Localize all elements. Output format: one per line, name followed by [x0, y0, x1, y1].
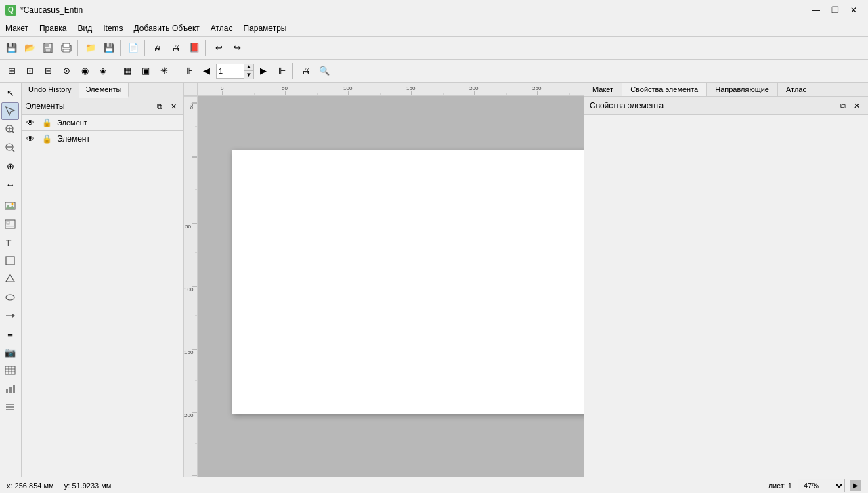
- canvas-area[interactable]: 0 50 100 150 200 250: [184, 83, 584, 477]
- tb2-t7[interactable]: ▦: [118, 62, 136, 80]
- tb-new[interactable]: 💾: [3, 39, 20, 57]
- tb-export[interactable]: 📄: [125, 39, 142, 57]
- svg-text:50: 50: [185, 223, 191, 230]
- left-tabs: Undo History Элементы: [22, 83, 183, 98]
- tb2-first-page[interactable]: ⊪: [179, 62, 197, 80]
- tab-item-properties[interactable]: Свойства элемента: [622, 83, 707, 96]
- sep1: [77, 40, 80, 56]
- page-up-arrow[interactable]: ▲: [244, 64, 253, 71]
- menu-item-вид[interactable]: Вид: [72, 20, 98, 36]
- zoom-select[interactable]: 25%33%47%50%67%75%100%150%200%: [798, 479, 845, 492]
- page-down-arrow[interactable]: ▼: [244, 71, 253, 79]
- maximize-button[interactable]: ❐: [826, 3, 844, 17]
- lt-select[interactable]: ↖: [1, 84, 19, 102]
- lt-add-arrow[interactable]: [1, 307, 19, 324]
- tb-save[interactable]: [39, 39, 57, 57]
- tb2-t9[interactable]: ✳: [155, 62, 173, 80]
- page-arrows: ▲ ▼: [244, 64, 253, 79]
- menu-item-правка[interactable]: Правка: [34, 20, 72, 36]
- svg-rect-30: [6, 389, 8, 393]
- lt-add-photo[interactable]: 📷: [1, 343, 19, 361]
- tb-print[interactable]: 🖨: [149, 39, 167, 57]
- tb-print2[interactable]: 🖨: [167, 39, 185, 57]
- elements-float-btn[interactable]: ⧉: [154, 100, 166, 112]
- tab-undo-history[interactable]: Undo History: [22, 83, 79, 98]
- lt-add-ellipse[interactable]: [1, 288, 19, 306]
- tb2-t3[interactable]: ⊟: [39, 62, 57, 80]
- svg-text:150: 150: [406, 85, 416, 91]
- properties-float-btn[interactable]: ⧉: [837, 100, 849, 112]
- menu-item-добавить-объект[interactable]: Добавить Объект: [129, 20, 205, 36]
- tb2-t5[interactable]: ◉: [76, 62, 93, 80]
- menubar: МакетПравкаВидItemsДобавить ОбъектАтласП…: [0, 20, 868, 37]
- tb-print-preview[interactable]: [58, 39, 75, 57]
- tb2-print[interactable]: 🖨: [297, 62, 315, 80]
- sep6: [175, 63, 177, 79]
- tb2-t4[interactable]: ⊙: [58, 62, 75, 80]
- menu-item-параметры[interactable]: Параметры: [238, 20, 292, 36]
- lock-column-header: 🔒: [41, 116, 53, 129]
- lt-select2[interactable]: ↔: [1, 175, 19, 193]
- svg-line-7: [12, 131, 14, 133]
- lt-select-node[interactable]: [1, 102, 19, 120]
- lt-add-table[interactable]: [1, 362, 19, 379]
- lt-add-chart[interactable]: [1, 380, 19, 398]
- menu-item-items[interactable]: Items: [97, 20, 128, 36]
- tb-undo[interactable]: ↩: [210, 39, 227, 57]
- tb2-prev-page[interactable]: ◀: [198, 62, 215, 80]
- titlebar-left: Q *Caucasus_Entin: [5, 5, 83, 16]
- svg-text:150: 150: [184, 349, 194, 356]
- svg-rect-1: [45, 43, 49, 47]
- item-eye: 👁: [24, 133, 37, 145]
- ruler-left: -50 50 100 150 200: [184, 96, 198, 477]
- lt-add-text[interactable]: T: [1, 234, 19, 251]
- tb2-zoom[interactable]: 🔍: [316, 62, 333, 80]
- svg-point-22: [6, 295, 14, 300]
- titlebar: Q *Caucasus_Entin — ❐ ✕: [0, 0, 868, 20]
- statusbar-right: лист: 1 25%33%47%50%67%75%100%150%200% ▶: [768, 479, 861, 492]
- tb-open[interactable]: 📂: [21, 39, 39, 57]
- tb2-t1[interactable]: ⊞: [3, 62, 20, 80]
- tb-save2[interactable]: 💾: [100, 39, 118, 57]
- tab-layout[interactable]: Макет: [584, 83, 622, 96]
- tab-atlas[interactable]: Атлас: [778, 83, 815, 96]
- tb-redo[interactable]: ↪: [228, 39, 246, 57]
- minimize-button[interactable]: —: [807, 3, 825, 17]
- lt-add-map[interactable]: [1, 197, 19, 215]
- tb2-next-page[interactable]: ▶: [255, 62, 272, 80]
- tb-export-pdf[interactable]: 📕: [186, 39, 203, 57]
- lt-zoom-in[interactable]: [1, 121, 19, 138]
- tb2-t8[interactable]: ▣: [137, 62, 154, 80]
- main: ↖ ⊕ ↔ T ≡: [0, 83, 868, 477]
- tb2-last-page[interactable]: ⊩: [273, 62, 290, 80]
- scroll-right-btn[interactable]: ▶: [850, 480, 861, 491]
- elements-close-btn[interactable]: ✕: [167, 100, 179, 112]
- lt-pan[interactable]: ⊕: [1, 157, 19, 175]
- page-number-field[interactable]: [217, 67, 244, 75]
- lt-add-polygon[interactable]: [1, 270, 19, 288]
- tb2-t2[interactable]: ⊡: [21, 62, 39, 80]
- element-item[interactable]: 👁 🔒 Элемент: [22, 131, 183, 147]
- close-button[interactable]: ✕: [845, 3, 863, 17]
- page-number-input: ▲ ▼: [216, 64, 254, 79]
- svg-rect-5: [63, 49, 70, 52]
- left-toolbar: ↖ ⊕ ↔ T ≡: [0, 83, 22, 477]
- properties-close-btn[interactable]: ✕: [850, 100, 863, 112]
- sep7: [292, 63, 295, 79]
- toolbar2: ⊞ ⊡ ⊟ ⊙ ◉ ◈ ▦ ▣ ✳ ⊪ ◀ ▲ ▼ ▶ ⊩ 🖨 🔍: [0, 60, 868, 83]
- tab-guides[interactable]: Направляющие: [707, 83, 778, 96]
- lt-zoom-out[interactable]: [1, 139, 19, 156]
- svg-rect-2: [45, 49, 51, 52]
- canvas-content[interactable]: [198, 96, 584, 477]
- svg-rect-31: [9, 387, 12, 393]
- lt-add-legend[interactable]: ≡: [1, 325, 19, 343]
- tb-open2[interactable]: 📁: [82, 39, 100, 57]
- tab-elements[interactable]: Элементы: [79, 83, 129, 98]
- panels-canvas: Undo History Элементы Элементы ⧉ ✕ 👁 🔒 Э…: [22, 83, 868, 477]
- tb2-t6[interactable]: ◈: [94, 62, 112, 80]
- menu-item-атлас[interactable]: Атлас: [205, 20, 238, 36]
- lt-add-item[interactable]: [1, 398, 19, 416]
- lt-add-image[interactable]: [1, 215, 19, 233]
- menu-item-макет[interactable]: Макет: [0, 20, 34, 36]
- lt-add-shape[interactable]: [1, 252, 19, 270]
